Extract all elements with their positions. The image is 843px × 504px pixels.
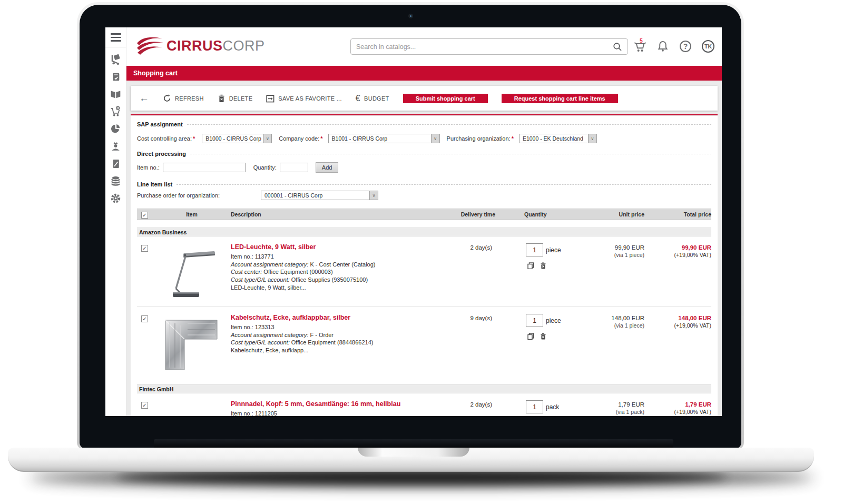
chevron-down-icon: ∨ <box>588 134 596 143</box>
delete-button[interactable]: DELETE <box>218 94 253 103</box>
help-icon: ? <box>680 41 691 52</box>
purchasing-organization-label: Purchasing organization:* <box>447 135 514 142</box>
quantity-cell: piece <box>511 314 582 340</box>
webcam-dot <box>408 14 413 18</box>
laptop-shadow <box>116 470 727 484</box>
unit-price-cell: 1,79 EUR (via 1 pack) <box>582 400 645 415</box>
laptop-hinge <box>154 439 673 448</box>
item-no-input[interactable] <box>163 163 246 172</box>
red-separator <box>131 114 718 115</box>
company-code-label: Company code:* <box>279 135 322 142</box>
unit-price-cell: 148,00 EUR (via 1 piece) <box>582 314 645 329</box>
product-title[interactable]: Kabelschutz, Ecke, aufklappbar, silber <box>231 314 453 321</box>
user-avatar[interactable]: TK <box>701 38 715 54</box>
quantity-input[interactable] <box>526 400 543 413</box>
catalog-search <box>350 38 628 55</box>
save-as-favorite-button[interactable]: SAVE AS FAVORITE ... <box>266 94 342 103</box>
save-favorite-icon <box>266 94 275 103</box>
hamburger-menu-icon[interactable] <box>110 32 122 43</box>
copy-icon[interactable] <box>527 333 534 340</box>
sidebar-item-order-forms[interactable] <box>109 71 123 83</box>
section-sap-assignment: SAP assignment <box>137 121 711 127</box>
toolbar: ← REFRESH DELETE <box>131 86 718 111</box>
company-logo[interactable]: CIRRUSCORP <box>136 35 265 57</box>
euro-icon: € <box>356 94 360 103</box>
budget-button[interactable]: € BUDGET <box>356 94 389 103</box>
detail-line: Cost type/G/L account: Office Equipment … <box>231 339 453 347</box>
row-checkbox[interactable] <box>141 315 148 322</box>
cost-controlling-area-label: Cost controlling area:* <box>137 135 195 142</box>
delivery-time: 2 day(s) <box>453 400 511 408</box>
cart-panel: SAP assignment Cost controlling area:* B… <box>131 116 718 416</box>
page-title: Shopping cart <box>133 70 178 77</box>
unit-label: pack <box>546 403 559 411</box>
trash-icon[interactable] <box>540 333 546 340</box>
detail-line: Account assignment category: F - Order <box>231 331 453 339</box>
table-row: Kabelschutz, Ecke, aufklappbar, silber I… <box>137 307 711 377</box>
sidebar-item-shopping-cart[interactable] <box>109 105 123 118</box>
quantity-input[interactable] <box>526 314 543 327</box>
cost-controlling-area-select[interactable]: B1000 - CIRRUS Corp∨ <box>202 134 272 143</box>
chevron-down-icon: ∨ <box>431 134 439 143</box>
quantity-cell: piece <box>511 243 582 269</box>
back-button[interactable]: ← <box>139 93 149 103</box>
purchasing-organization-select[interactable]: E1000 - EK Deutschland∨ <box>519 134 597 143</box>
sidebar-item-reports[interactable] <box>109 123 123 135</box>
section-line-item-list: Line item list <box>137 181 711 187</box>
company-code-select[interactable]: B1001 - CIRRUS Corp∨ <box>328 134 440 143</box>
short-description: LED-Leuchte, 9 Watt, silber... <box>231 284 453 292</box>
product-image-led-lamp[interactable] <box>164 246 219 299</box>
col-total-price: Total price <box>645 211 711 218</box>
search-input[interactable] <box>356 43 609 51</box>
sidebar-item-catalogs[interactable] <box>109 88 123 101</box>
product-title[interactable]: Pinnnadel, Kopf: 5 mm, Gesamtlänge: 16 m… <box>231 400 453 408</box>
notifications-button[interactable] <box>655 38 670 54</box>
submit-shopping-cart-button[interactable]: Submit shopping cart <box>403 94 488 103</box>
quantity-label: Quantity: <box>253 164 277 171</box>
add-button[interactable]: Add <box>316 162 339 173</box>
brand-secondary: CORP <box>223 38 265 54</box>
pie-chart-icon <box>110 123 121 134</box>
purchase-order-select[interactable]: 000001 - CIRRUS Corp∨ <box>261 191 378 200</box>
quantity-input-direct[interactable] <box>280 163 308 172</box>
quantity-input[interactable] <box>526 243 543 256</box>
refresh-button[interactable]: REFRESH <box>163 94 204 103</box>
trash-icon <box>218 94 226 103</box>
col-delivery-time: Delivery time <box>453 211 511 218</box>
col-unit-price: Unit price <box>582 211 645 218</box>
request-line-items-button[interactable]: Request shopping cart line items <box>502 94 618 103</box>
product-description: LED-Leuchte, 9 Watt, silber Item no.: 11… <box>231 243 453 292</box>
laptop-base-notch <box>358 448 469 457</box>
page-title-bar: Shopping cart <box>126 66 722 81</box>
cart-button[interactable]: 5 <box>633 38 648 54</box>
direct-processing-row: Item no.: Quantity: Add <box>137 162 711 173</box>
row-checkbox[interactable] <box>141 402 148 409</box>
cart-add-icon <box>110 106 121 117</box>
sidebar-item-database[interactable] <box>109 175 123 187</box>
chevron-down-icon: ∨ <box>263 134 272 143</box>
help-button[interactable]: ? <box>678 38 693 54</box>
unit-label: piece <box>546 246 561 254</box>
avatar: TK <box>702 40 714 53</box>
col-quantity: Quantity <box>511 211 582 218</box>
product-title[interactable]: LED-Leuchte, 9 Watt, silber <box>231 243 453 251</box>
document-edit-icon <box>111 159 121 169</box>
item-no-line: Item no.: 113771 <box>231 253 453 261</box>
row-checkbox[interactable] <box>141 245 148 252</box>
sidebar-item-user-admin[interactable] <box>109 140 123 153</box>
database-icon <box>110 175 121 186</box>
copy-icon[interactable] <box>527 262 534 269</box>
sidebar-item-settings[interactable] <box>109 192 123 205</box>
product-image-cable-protector[interactable] <box>162 317 221 370</box>
total-price-cell: 1,79 EUR (+19,00% VAT) <box>645 400 711 415</box>
line-items-table: Item Description Delivery time Quantity … <box>137 209 711 416</box>
sidebar-item-hand-truck[interactable] <box>109 53 123 66</box>
laptop-mockup: CIRRUSCORP 5 <box>0 0 843 504</box>
trash-icon[interactable] <box>540 262 546 269</box>
delivery-time: 2 day(s) <box>453 243 511 251</box>
select-all-checkbox[interactable] <box>141 212 148 219</box>
search-icon[interactable] <box>613 42 622 52</box>
bell-icon <box>656 40 669 53</box>
sidebar-item-documents[interactable] <box>109 157 123 170</box>
product-description: Pinnnadel, Kopf: 5 mm, Gesamtlänge: 16 m… <box>231 400 453 416</box>
